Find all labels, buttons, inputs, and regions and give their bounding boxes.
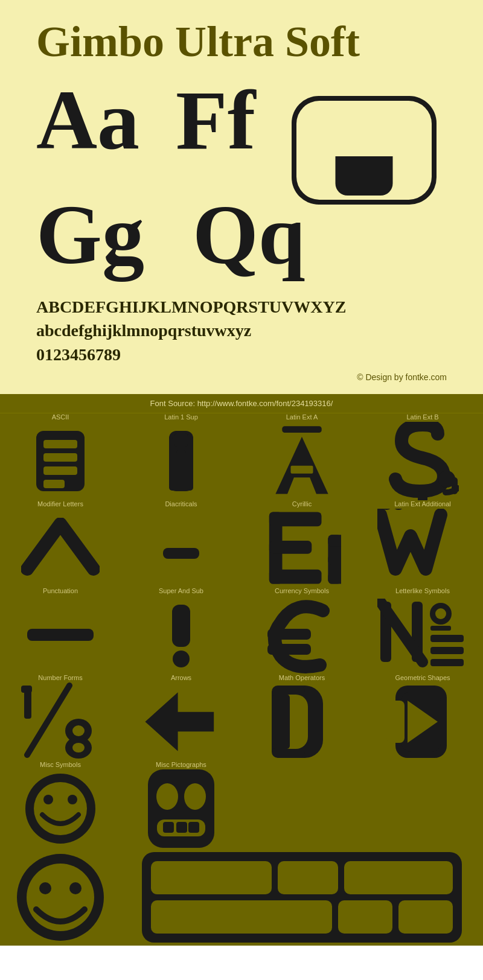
- glyph-row-2: Modifier Letters Diacriticals Cyrillic: [0, 500, 483, 587]
- glyph-row-5: Misc Symbols Misc Pictographs: [0, 761, 483, 848]
- cell-big-block[interactable]: [121, 848, 483, 946]
- label-diacriticals: Diacriticals: [165, 500, 197, 508]
- cell-modifier[interactable]: Modifier Letters: [0, 500, 121, 587]
- svg-rect-44: [430, 659, 464, 666]
- svg-point-67: [184, 783, 206, 810]
- cell-letterlike[interactable]: Letterlike Symbols: [362, 587, 483, 674]
- icon-miscpict: [127, 769, 235, 848]
- svg-point-75: [69, 882, 82, 894]
- svg-rect-56: [272, 695, 290, 749]
- icon-latin1sup: [127, 422, 235, 500]
- glyph-qq: Qq: [193, 192, 305, 277]
- alphabet-uppercase: ABCDEFGHIJKLMNOPQRSTUVWXYZ: [36, 295, 447, 319]
- svg-rect-3: [43, 466, 77, 475]
- svg-rect-77: [151, 861, 272, 894]
- icon-diacriticals: [127, 509, 235, 587]
- alphabet-numbers: 0123456789: [36, 343, 447, 366]
- alphabet-section: ABCDEFGHIJKLMNOPQRSTUVWXYZ abcdefghijklm…: [36, 295, 447, 366]
- svg-point-64: [68, 795, 77, 804]
- svg-rect-46: [21, 686, 32, 693]
- glyph-aa: Aa: [36, 78, 139, 162]
- svg-rect-18: [163, 548, 199, 559]
- glyph-row-3: Punctuation Super And Sub Currency Symbo…: [0, 587, 483, 674]
- svg-rect-82: [398, 900, 453, 934]
- svg-point-40: [435, 608, 446, 619]
- label-ascii: ASCII: [52, 413, 69, 421]
- icon-ascii: [6, 422, 115, 500]
- cell-big-smiley[interactable]: [0, 848, 121, 946]
- svg-rect-79: [344, 861, 453, 894]
- svg-rect-28: [328, 572, 341, 584]
- label-punctuation: Punctuation: [43, 587, 78, 594]
- icon-mathop: [248, 682, 356, 761]
- svg-point-31: [393, 509, 404, 510]
- svg-rect-4: [43, 480, 65, 488]
- glyph-gg: Gg: [36, 192, 144, 277]
- svg-rect-12: [290, 465, 313, 473]
- cell-numberforms[interactable]: Number Forms: [0, 674, 121, 761]
- cell-misc[interactable]: Misc Symbols: [0, 761, 121, 848]
- svg-point-51: [72, 743, 85, 752]
- svg-rect-21: [269, 541, 312, 554]
- svg-rect-78: [278, 861, 338, 894]
- svg-rect-43: [430, 647, 464, 654]
- cell-latinextadd[interactable]: Latin Ext Additional: [362, 500, 483, 587]
- bottom-section: Font Source: http://www.fontke.com/font/…: [0, 394, 483, 946]
- label-cyrillic: Cyrillic: [292, 500, 312, 508]
- svg-point-62: [34, 782, 87, 835]
- cell-punctuation[interactable]: Punctuation: [0, 587, 121, 674]
- font-title: Gimbo Ultra Soft: [36, 18, 447, 66]
- cell-latinextb[interactable]: Latin Ext B: [362, 413, 483, 500]
- svg-point-49: [72, 725, 85, 736]
- icon-arrows: [127, 682, 235, 761]
- svg-rect-81: [338, 900, 392, 934]
- alphabet-lowercase: abcdefghijklmnopqrstuvwxyz: [36, 319, 447, 342]
- svg-rect-80: [151, 900, 332, 934]
- label-geoshapes: Geometric Shapes: [395, 674, 450, 681]
- cell-currency[interactable]: Currency Symbols: [242, 587, 362, 674]
- icon-misc: [6, 769, 115, 848]
- icon-currency: [248, 596, 356, 674]
- glyph-row-4: Number Forms Arrows: [0, 674, 483, 761]
- svg-rect-70: [176, 822, 187, 833]
- cell-arrows[interactable]: Arrows: [121, 674, 242, 761]
- cell-latinexta[interactable]: Latin Ext A: [242, 413, 362, 500]
- label-latinexta: Latin Ext A: [286, 413, 318, 421]
- cell-cyrillic[interactable]: Cyrillic: [242, 500, 362, 587]
- label-superandsub: Super And Sub: [159, 587, 203, 594]
- label-latinextadd: Latin Ext Additional: [394, 500, 451, 508]
- svg-rect-22: [269, 570, 322, 584]
- label-letterlike: Letterlike Symbols: [395, 587, 450, 594]
- cell-geoshapes[interactable]: Geometric Shapes: [362, 674, 483, 761]
- cell-mathop[interactable]: Math Operators: [242, 674, 362, 761]
- cell-diacriticals[interactable]: Diacriticals: [121, 500, 242, 587]
- svg-rect-32: [27, 629, 94, 641]
- label-numberforms: Number Forms: [38, 674, 82, 681]
- label-modifier: Modifier Letters: [37, 500, 83, 508]
- icon-latinexta: [248, 422, 356, 500]
- font-source[interactable]: Font Source: http://www.fontke.com/font/…: [0, 394, 483, 413]
- glyph-ff: Ff: [176, 78, 255, 162]
- cell-empty2: [362, 761, 483, 848]
- icon-latinextb: [368, 422, 477, 500]
- icon-numberforms: [6, 682, 115, 761]
- svg-rect-2: [43, 453, 77, 462]
- icon-empty2: [368, 762, 477, 841]
- cell-ascii[interactable]: ASCII: [0, 413, 121, 500]
- svg-marker-11: [275, 436, 328, 494]
- label-arrows: Arrows: [171, 674, 191, 681]
- svg-rect-36: [267, 644, 311, 655]
- cell-miscpict[interactable]: Misc Pictographs: [121, 761, 242, 848]
- svg-rect-26: [328, 535, 341, 547]
- svg-rect-59: [386, 701, 405, 743]
- cell-empty1: [242, 761, 362, 848]
- svg-rect-42: [430, 635, 464, 642]
- svg-rect-35: [267, 629, 311, 640]
- cell-superandsub[interactable]: Super And Sub: [121, 587, 242, 674]
- svg-point-74: [39, 882, 51, 894]
- svg-point-63: [43, 795, 53, 804]
- cell-latin1sup[interactable]: Latin 1 Sup: [121, 413, 242, 500]
- icon-latinextadd: [368, 509, 477, 587]
- svg-rect-8: [176, 450, 186, 486]
- icon-superandsub: [127, 596, 235, 674]
